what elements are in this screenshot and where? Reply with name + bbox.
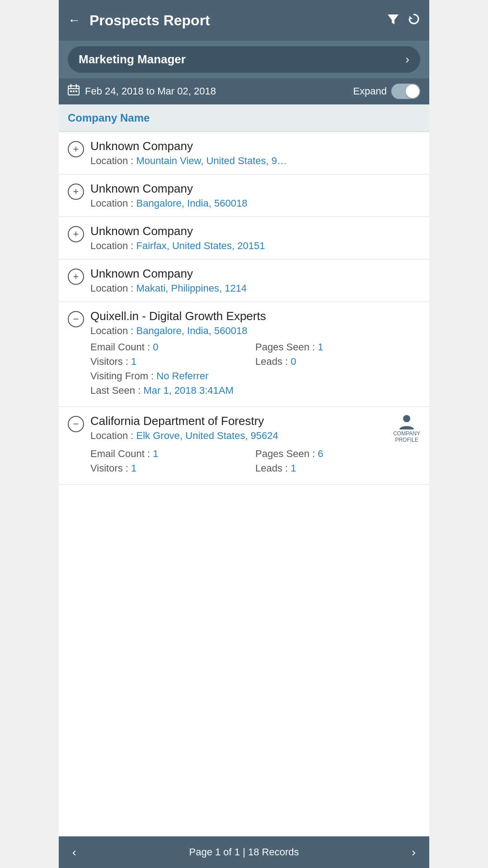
company-name: California Department of Forestry xyxy=(90,414,382,428)
expand-collapse-icon[interactable]: + xyxy=(68,184,84,200)
company-profile-label: COMPANYPROFILE xyxy=(393,430,420,443)
location-prefix: Location : xyxy=(90,430,136,441)
leads-value: 0 xyxy=(291,356,296,367)
item-content: Unknown Company Location : Bangalore, In… xyxy=(90,182,420,209)
location-prefix: Location : xyxy=(90,325,136,336)
visiting-from-value: No Referrer xyxy=(156,370,208,382)
next-page-button[interactable]: › xyxy=(412,845,416,859)
list-item[interactable]: + Unknown Company Location : Fairfax, Un… xyxy=(59,217,429,259)
leads-field: Leads : 0 xyxy=(255,356,420,368)
role-selector-button[interactable]: Marketing Manager › xyxy=(68,46,420,73)
expand-toggle[interactable] xyxy=(391,84,420,99)
svg-rect-8 xyxy=(75,90,77,92)
expand-collapse-icon[interactable]: + xyxy=(68,226,84,242)
svg-rect-7 xyxy=(73,90,75,92)
leads-label: Leads : xyxy=(255,356,291,367)
pages-seen-label: Pages Seen : xyxy=(255,341,318,353)
location-text: Location : Bangalore, India, 560018 xyxy=(90,198,420,209)
company-name: Unknown Company xyxy=(90,267,420,281)
location-prefix: Location : xyxy=(90,240,136,251)
calendar-icon[interactable] xyxy=(68,84,80,99)
location-value: Fairfax, United States, 20151 xyxy=(136,240,265,251)
role-selector-arrow: › xyxy=(405,52,409,66)
expand-collapse-icon[interactable]: − xyxy=(68,416,84,432)
company-name: Unknown Company xyxy=(90,182,420,196)
location-prefix: Location : xyxy=(90,283,136,294)
svg-marker-1 xyxy=(409,16,413,19)
refresh-icon[interactable] xyxy=(408,13,420,28)
location-value: Elk Grove, United States, 95624 xyxy=(136,430,278,441)
pages-seen-value: 6 xyxy=(318,448,323,459)
email-count-value: 0 xyxy=(153,341,158,353)
leads-field: Leads : 1 xyxy=(255,462,420,474)
page-title: Prospects Report xyxy=(89,12,387,29)
page-info: Page 1 of 1 | 18 Records xyxy=(189,846,299,858)
role-selector-bar: Marketing Manager › xyxy=(59,41,429,78)
company-profile-button[interactable]: COMPANYPROFILE xyxy=(393,414,420,443)
date-filter-bar: Feb 24, 2018 to Mar 02, 2018 Expand xyxy=(59,78,429,104)
email-count-value: 1 xyxy=(153,448,158,459)
item-content: Unknown Company Location : Makati, Phili… xyxy=(90,267,420,294)
item-content: Quixell.in - Digital Growth Experts Loca… xyxy=(90,309,420,337)
location-text: Location : Mountain View, United States,… xyxy=(90,155,420,167)
email-count-field: Email Count : 0 xyxy=(90,341,255,353)
back-button[interactable]: ← xyxy=(68,13,80,28)
expand-label: Expand xyxy=(353,85,387,97)
pagination-footer: ‹ Page 1 of 1 | 18 Records › xyxy=(59,836,429,868)
item-content: Unknown Company Location : Mountain View… xyxy=(90,139,420,167)
email-count-label: Email Count : xyxy=(90,341,153,353)
pages-seen-field: Pages Seen : 1 xyxy=(255,341,420,353)
list-item[interactable]: + Unknown Company Location : Makati, Phi… xyxy=(59,259,429,302)
visitors-label: Visitors : xyxy=(90,356,131,367)
company-name-column-header: Company Name xyxy=(68,112,150,124)
location-prefix: Location : xyxy=(90,155,136,166)
item-content: Unknown Company Location : Fairfax, Unit… xyxy=(90,224,420,252)
list-item[interactable]: + Unknown Company Location : Bangalore, … xyxy=(59,175,429,217)
location-value: Bangalore, India, 560018 xyxy=(136,198,248,209)
location-text: Location : Makati, Philippines, 1214 xyxy=(90,283,420,294)
expand-collapse-icon[interactable]: + xyxy=(68,269,84,285)
visiting-from-label: Visiting From : xyxy=(90,370,156,382)
role-selector-label: Marketing Manager xyxy=(79,52,186,66)
location-text: Location : Elk Grove, United States, 956… xyxy=(90,430,382,442)
location-value: Makati, Philippines, 1214 xyxy=(136,283,247,294)
pages-seen-field: Pages Seen : 6 xyxy=(255,448,420,460)
list-item[interactable]: − Quixell.in - Digital Growth Experts Lo… xyxy=(59,302,429,407)
last-seen-value: Mar 1, 2018 3:41AM xyxy=(143,385,233,396)
column-header-row: Company Name xyxy=(59,104,429,132)
svg-point-9 xyxy=(403,415,410,422)
expand-collapse-icon[interactable]: + xyxy=(68,141,84,157)
item-expanded-details: Email Count : 1 Pages Seen : 6 Visitors … xyxy=(68,448,420,474)
email-count-field: Email Count : 1 xyxy=(90,448,255,460)
location-prefix: Location : xyxy=(90,198,136,209)
last-seen-label: Last Seen : xyxy=(90,385,143,396)
date-range-text: Feb 24, 2018 to Mar 02, 2018 xyxy=(85,85,216,97)
header-actions xyxy=(387,13,420,28)
visitors-value: 1 xyxy=(131,356,136,367)
location-value: Mountain View, United States, 9… xyxy=(136,155,287,166)
expand-toggle-section: Expand xyxy=(353,84,420,99)
company-list: + Unknown Company Location : Mountain Vi… xyxy=(59,132,429,836)
svg-marker-0 xyxy=(388,14,399,24)
expand-collapse-icon[interactable]: − xyxy=(68,311,84,327)
list-item[interactable]: − California Department of Forestry Loca… xyxy=(59,407,429,485)
toggle-knob xyxy=(406,85,419,98)
visitors-label: Visitors : xyxy=(90,462,131,474)
visiting-from-field: Visiting From : No Referrer xyxy=(90,370,420,382)
last-seen-field: Last Seen : Mar 1, 2018 3:41AM xyxy=(90,385,420,396)
location-text: Location : Fairfax, United States, 20151 xyxy=(90,240,420,252)
pages-seen-value: 1 xyxy=(318,341,323,353)
company-name: Quixell.in - Digital Growth Experts xyxy=(90,309,420,323)
pages-seen-label: Pages Seen : xyxy=(255,448,318,459)
list-item[interactable]: + Unknown Company Location : Mountain Vi… xyxy=(59,132,429,175)
email-count-label: Email Count : xyxy=(90,448,153,459)
svg-rect-6 xyxy=(70,90,72,92)
location-text: Location : Bangalore, India, 560018 xyxy=(90,325,420,337)
filter-icon[interactable] xyxy=(387,13,399,28)
item-content: California Department of Forestry Locati… xyxy=(90,414,382,442)
visitors-field: Visitors : 1 xyxy=(90,356,255,368)
location-value: Bangalore, India, 560018 xyxy=(136,325,248,336)
visitors-value: 1 xyxy=(131,462,136,474)
leads-label: Leads : xyxy=(255,462,291,474)
prev-page-button[interactable]: ‹ xyxy=(72,845,76,859)
